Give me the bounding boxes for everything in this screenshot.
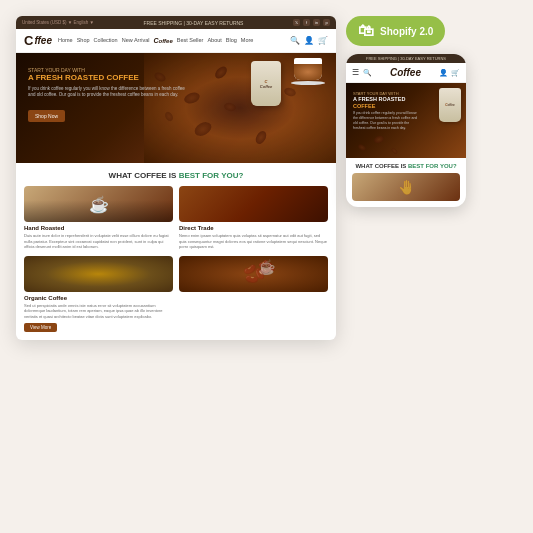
hero-section: C Coffee START YOUR DAY WITH A FRESH ROA…: [16, 53, 336, 163]
mobile-user-icon[interactable]: 👤: [439, 69, 448, 77]
hero-content: START YOUR DAY WITH A FRESH ROASTED COFF…: [28, 67, 191, 122]
beans-image: 🫘: [179, 256, 328, 292]
hero-desc: If you drink coffee regularly you will k…: [28, 86, 191, 99]
mobile-nav-icons: 👤 🛒: [439, 69, 460, 77]
coffee-bag: C Coffee: [251, 61, 281, 106]
mobile-hero-desc: If you drink coffee regularly you will k…: [353, 111, 422, 131]
direct-trade-image: 🫘: [179, 186, 328, 222]
mobile-feature-image: 🤚: [352, 173, 460, 201]
mobile-hamburger-icon[interactable]: ☰: [352, 68, 359, 77]
nav-more[interactable]: More: [241, 37, 254, 44]
mobile-nav: ☰ 🔍 Coffee 👤 🛒: [346, 63, 466, 83]
organic-coffee-text: Sed ut perspiciatis unde omnis iste natu…: [24, 303, 173, 320]
section-title: WHAT COFFEE IS BEST FOR YOU?: [16, 163, 336, 186]
mobile-hero-accent: COFFEE: [353, 103, 375, 109]
shopify-icon: 🛍: [358, 22, 374, 40]
feature-direct-trade: 🫘 Direct Trade Nemo enim ipsam voluptate…: [179, 186, 328, 250]
right-panel: 🛍 Shopify 2.0 FREE SHIPPING | 30-DAY EAS…: [346, 16, 517, 207]
social-icons: 𝕏 f in p: [293, 19, 330, 26]
mobile-hero-content: START YOUR DAY WITH A FRESH ROASTED COFF…: [353, 91, 422, 131]
direct-trade-title: Direct Trade: [179, 225, 328, 231]
top-bar-left: United States (USD $) ▼ English ▼: [22, 20, 94, 25]
shopify-badge: 🛍 Shopify 2.0: [346, 16, 445, 46]
logo: C ffee: [24, 33, 52, 48]
nav-new-arrival[interactable]: New Arrival: [122, 37, 150, 44]
mobile-cart-icon[interactable]: 🛒: [451, 69, 460, 77]
mobile-logo: Coffee: [376, 67, 435, 78]
mobile-coffee-bag: C offee: [439, 88, 461, 122]
linkedin-icon[interactable]: in: [313, 19, 320, 26]
mobile-section-text: WHAT COFFEE IS: [355, 163, 406, 169]
user-icon[interactable]: 👤: [304, 36, 314, 45]
organic-coffee-image: ☕: [24, 256, 173, 292]
hero-title: A FRESH ROASTED COFFEE: [28, 73, 191, 83]
hand-roasted-image: ☕: [24, 186, 173, 222]
nav-blog[interactable]: Blog: [226, 37, 237, 44]
feature-slot-image: 🫘: [179, 256, 328, 332]
nav-best-seller[interactable]: Best Seller: [177, 37, 204, 44]
top-bar-center: FREE SHIPPING | 30-DAY EASY RETURNS: [144, 20, 244, 26]
nav-shop[interactable]: Shop: [77, 37, 90, 44]
nav-home[interactable]: Home: [58, 37, 73, 44]
hero-title-accent: A FRESH ROASTED COFFEE: [28, 73, 139, 82]
view-more-button[interactable]: View More: [24, 323, 57, 332]
navbar: C ffee Home Shop Collection New Arrival …: [16, 29, 336, 53]
nav-about[interactable]: About: [207, 37, 221, 44]
nav-links: Home Shop Collection New Arrival Coffee …: [58, 37, 253, 44]
feature-organic-coffee: ☕ Organic Coffee Sed ut perspiciatis und…: [24, 256, 173, 332]
nav-collection[interactable]: Collection: [94, 37, 118, 44]
mobile-section-accent: BEST FOR YOU?: [408, 163, 457, 169]
features-grid: ☕ Hand Roasted Duis aute irure dolor in …: [16, 186, 336, 340]
organic-coffee-title: Organic Coffee: [24, 295, 173, 301]
mobile-hero-title: A FRESH ROASTED COFFEE: [353, 96, 422, 109]
desktop-mockup: United States (USD $) ▼ English ▼ FREE S…: [16, 16, 336, 340]
mobile-mockup: FREE SHIPPING | 30-DAY EASY RETURNS ☰ 🔍 …: [346, 54, 466, 207]
mobile-top-bar: FREE SHIPPING | 30-DAY EASY RETURNS: [346, 54, 466, 63]
nav-action-icons: 🔍 👤 🛒: [290, 36, 328, 45]
feature-hand-roasted: ☕ Hand Roasted Duis aute irure dolor in …: [24, 186, 173, 250]
shopify-label: Shopify 2.0: [380, 26, 433, 37]
shop-now-button[interactable]: Shop Now: [28, 110, 65, 122]
mobile-search-icon[interactable]: 🔍: [363, 69, 372, 77]
twitter-icon[interactable]: 𝕏: [293, 19, 300, 26]
logo-text: ffee: [34, 35, 52, 46]
mobile-features: 🤚: [346, 173, 466, 207]
mobile-section-title: WHAT COFFEE IS BEST FOR YOU?: [346, 158, 466, 173]
hand-roasted-text: Duis aute irure dolor in reprehenderit i…: [24, 233, 173, 250]
main-container: United States (USD $) ▼ English ▼ FREE S…: [0, 0, 533, 533]
nav-coffee-logo: Coffee: [154, 37, 173, 44]
section-title-accent: BEST FOR YOU?: [179, 171, 244, 180]
mobile-hero: START YOUR DAY WITH A FRESH ROASTED COFF…: [346, 83, 466, 158]
bag-label: Coffee: [260, 84, 272, 89]
hand-roasted-title: Hand Roasted: [24, 225, 173, 231]
search-icon[interactable]: 🔍: [290, 36, 300, 45]
top-bar: United States (USD $) ▼ English ▼ FREE S…: [16, 16, 336, 29]
logo-c: C: [24, 33, 33, 48]
facebook-icon[interactable]: f: [303, 19, 310, 26]
pinterest-icon[interactable]: p: [323, 19, 330, 26]
cart-icon[interactable]: 🛒: [318, 36, 328, 45]
coffee-cup: [288, 58, 328, 93]
direct-trade-text: Nemo enim ipsam voluptatem quia voluptas…: [179, 233, 328, 250]
section-title-text: WHAT COFFEE IS: [109, 171, 179, 180]
